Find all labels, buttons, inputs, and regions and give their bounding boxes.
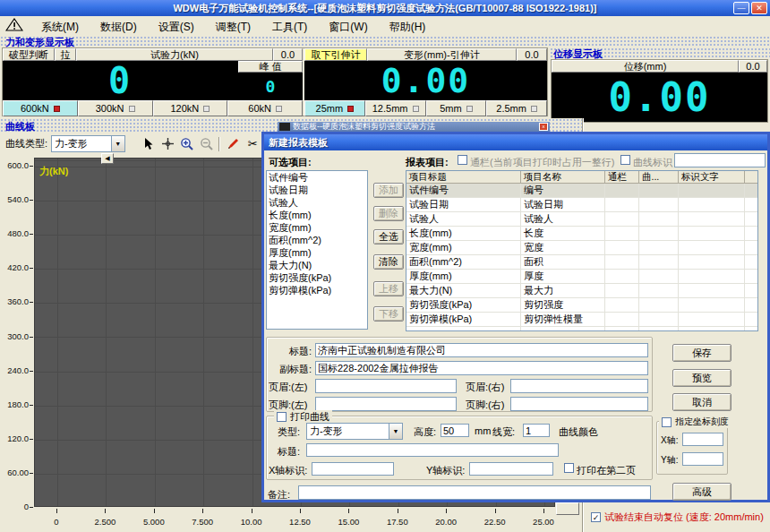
select-all-button[interactable]: 全选	[373, 229, 404, 245]
curve-mark-input[interactable]	[674, 153, 766, 167]
x-tick-label: 12.50	[289, 517, 311, 527]
move-up-button[interactable]: 上移	[373, 281, 404, 296]
second-page-label: 打印在第二页	[577, 464, 636, 477]
footer-left-input[interactable]	[315, 397, 457, 411]
remove-button[interactable]: 删除	[373, 206, 404, 221]
dialog-titlebar[interactable]: 新建报表模板	[264, 134, 767, 150]
available-item[interactable]: 试验日期	[267, 184, 367, 196]
x-tick-mark	[56, 509, 57, 513]
available-items-listbox[interactable]: 试件编号试验日期试验人长度(mm)宽度(mm)面积(mm^2)厚度(mm)最大力…	[266, 170, 368, 330]
available-item[interactable]: 面积(mm^2)	[267, 234, 367, 246]
table-row[interactable]: 试验人试验人	[406, 212, 757, 227]
minimize-button[interactable]: —	[733, 2, 749, 14]
cursor-tool-button[interactable]	[140, 135, 158, 153]
available-item[interactable]: 厚度(mm)	[267, 246, 367, 259]
available-items-label: 可选项目:	[269, 156, 312, 169]
table-header-2[interactable]: 通栏	[605, 171, 639, 184]
pen-tool-button[interactable]	[225, 135, 243, 153]
background-window-titlebar: 数据板--硬质泡沫塑料剪切强度试验方法 x	[278, 122, 550, 132]
scissors-tool-button[interactable]: ✂	[244, 135, 261, 153]
zoom-in-icon	[180, 137, 194, 151]
x-tick-mark	[348, 509, 349, 513]
zoom-in-tool-button[interactable]	[178, 135, 196, 153]
x-mark-input[interactable]	[312, 462, 394, 476]
cancel-button[interactable]: 取消	[672, 393, 732, 411]
available-item[interactable]: 宽度(mm)	[267, 221, 367, 234]
footer-right-label: 页脚:(右)	[466, 399, 504, 412]
zoom-out-tool-button[interactable]	[198, 135, 216, 153]
available-item[interactable]: 剪切强度(kPa)	[267, 271, 367, 284]
table-row[interactable]: 剪切弹模(kPa)剪切弹性模量	[406, 313, 757, 327]
crosshair-tool-button[interactable]	[159, 135, 177, 153]
table-header-filler	[745, 171, 757, 184]
available-item[interactable]: 剪切弹模(kPa)	[267, 284, 367, 296]
close-icon[interactable]: x	[539, 123, 548, 131]
y-mark-input[interactable]	[469, 462, 553, 476]
print-title-input[interactable]	[306, 443, 559, 457]
available-item[interactable]: 试验人	[267, 196, 367, 209]
plot-scroll-left-button[interactable]: ◀	[101, 153, 114, 164]
print-curve-checkbox[interactable]	[277, 412, 287, 422]
table-row[interactable]: 试验日期试验日期	[406, 198, 757, 212]
x-tick-mark	[543, 509, 544, 513]
x-tick-label: 0	[54, 517, 58, 527]
coord-scale-checkbox[interactable]	[662, 417, 672, 427]
x-tick-mark	[252, 509, 252, 513]
available-item[interactable]: 试件编号	[267, 171, 367, 184]
header-left-label: 页眉:(左)	[269, 381, 307, 394]
print-type-combo[interactable]: 力-变形 ▼	[306, 423, 403, 440]
coord-y-input[interactable]	[682, 452, 723, 466]
clear-button[interactable]: 清除	[373, 254, 404, 270]
table-header-3[interactable]: 曲...	[639, 171, 679, 184]
titles-group: 标题: 济南中正试验机制造有限公司 副标题: 国标228-2002金属拉伸报告 …	[266, 337, 653, 412]
table-row[interactable]: 剪切强度(kPa)剪切强度	[406, 298, 757, 313]
print-linewidth-input[interactable]: 1	[523, 424, 550, 437]
table-row[interactable]: 面积(mm^2)面积	[406, 255, 757, 270]
note-input[interactable]	[298, 485, 651, 500]
available-item[interactable]: 最大力(N)	[267, 259, 367, 271]
print-height-label: 高度:	[414, 425, 436, 439]
table-row[interactable]: 宽度(mm)宽度	[406, 241, 757, 255]
fullrow-checkbox[interactable]	[458, 155, 467, 165]
subtitle-input[interactable]: 国标228-2002金属拉伸报告	[315, 361, 648, 375]
print-type-label: 类型:	[278, 425, 300, 439]
x-tick-mark	[446, 509, 447, 513]
print-height-input[interactable]: 50	[441, 424, 469, 437]
advanced-button[interactable]: 高级	[672, 483, 732, 501]
coord-x-input[interactable]	[682, 433, 723, 446]
report-items-table[interactable]: 项目标题项目名称通栏曲...标识文字 试件编号编号试验日期试验日期试验人试验人长…	[406, 170, 758, 331]
x-tick-label: 17.50	[387, 517, 408, 527]
curve-type-combo[interactable]: 力-变形 ▼	[51, 135, 125, 152]
table-row[interactable]: 长度(mm)长度	[406, 227, 757, 241]
table-header-4[interactable]: 标识文字	[679, 171, 745, 184]
save-button[interactable]: 保存	[672, 344, 732, 362]
preview-button[interactable]: 预览	[672, 369, 732, 387]
header-left-input[interactable]	[315, 379, 457, 393]
print-title-label: 标题:	[278, 445, 300, 459]
note-label: 备注:	[268, 488, 290, 502]
chevron-down-icon[interactable]: ▼	[111, 136, 124, 151]
header-right-input[interactable]	[510, 379, 648, 393]
footer-right-input[interactable]	[510, 397, 648, 411]
x-tick-label: 20.00	[435, 517, 457, 527]
title-input[interactable]: 济南中正试验机制造有限公司	[315, 343, 648, 357]
available-item[interactable]: 长度(mm)	[267, 209, 367, 221]
add-button[interactable]: 添加	[373, 183, 404, 198]
plot-scrollbar-corner[interactable]	[556, 502, 579, 515]
auto-reset-checkbox[interactable]: ✓	[591, 512, 601, 522]
table-row[interactable]: 最大力(N)最大力	[406, 284, 757, 298]
x-tick-label: 2.500	[95, 517, 116, 527]
move-down-button[interactable]: 下移	[373, 306, 404, 322]
table-header-0[interactable]: 项目标题	[406, 171, 521, 184]
window-icon	[279, 123, 290, 131]
tool-separator	[218, 137, 220, 151]
table-header-1[interactable]: 项目名称	[521, 171, 605, 184]
curve-mark-checkbox[interactable]	[620, 155, 630, 165]
curve-color-label[interactable]: 曲线颜色	[559, 425, 598, 439]
close-button[interactable]: ✕	[751, 2, 767, 14]
second-page-checkbox[interactable]	[564, 463, 574, 473]
table-row[interactable]: 试件编号编号	[406, 184, 757, 198]
table-row[interactable]: 厚度(mm)厚度	[406, 270, 757, 284]
print-type-value: 力-变形	[307, 425, 389, 438]
chevron-down-icon[interactable]: ▼	[389, 424, 402, 439]
